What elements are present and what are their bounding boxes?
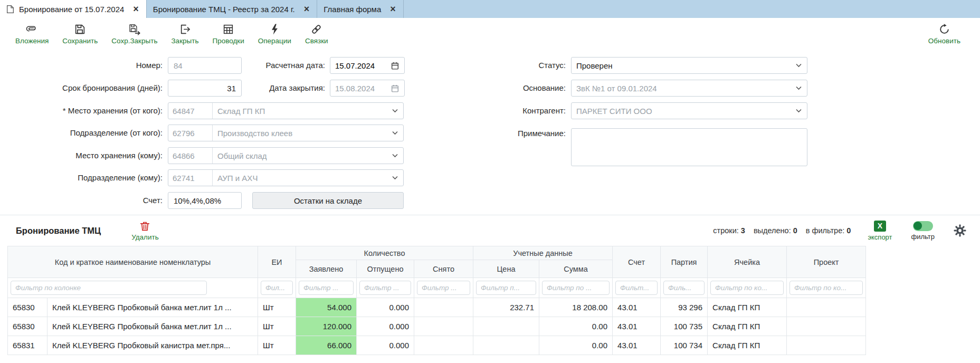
save-label: Сохранить	[62, 37, 98, 45]
department-to-value: АУП и АХЧ	[213, 174, 389, 183]
table-row[interactable]: 65830 Клей KLEYBERG Пробковый банка мет.…	[8, 298, 866, 317]
storage-from-select[interactable]: 64847 Склад ГП КП	[168, 102, 404, 119]
filter-unit-input[interactable]	[261, 281, 293, 295]
stock-balance-button[interactable]: Остатки на складе	[252, 192, 404, 209]
counterparty-label: Контрагент:	[454, 106, 566, 116]
cell-requested[interactable]: 120.000	[296, 317, 357, 336]
cell-removed[interactable]	[414, 336, 473, 355]
attachments-label: Вложения	[15, 37, 49, 45]
main-toolbar: Вложения Сохранить Сохр.Закрыть Закрыть	[0, 18, 980, 49]
status-select[interactable]: Проверен	[571, 57, 807, 74]
refresh-icon	[938, 23, 950, 35]
cell-code[interactable]: 65830	[8, 317, 47, 336]
close-button[interactable]: Закрыть	[164, 21, 205, 46]
cell-batch[interactable]: 100 734	[661, 336, 708, 355]
tab-close-icon[interactable]: ×	[133, 4, 139, 14]
cell-batch[interactable]: 100 735	[661, 317, 708, 336]
settings-button[interactable]	[954, 224, 966, 237]
account-input[interactable]	[168, 192, 242, 209]
department-from-value: Производство клеев	[213, 129, 389, 138]
cell-name[interactable]: Клей KLEYBERG Пробковый банка мет.лит 1л…	[47, 317, 258, 336]
filter-project-input[interactable]	[789, 281, 863, 295]
filter-released-input[interactable]	[359, 281, 411, 295]
delete-button[interactable]: Удалить	[131, 220, 159, 241]
cell-removed[interactable]	[414, 317, 473, 336]
filter-requested-input[interactable]	[299, 281, 354, 295]
cell-account[interactable]: 43.01	[613, 298, 661, 317]
tab-document[interactable]: Бронирование от 15.07.2024 ×	[0, 0, 147, 18]
filter-toggle[interactable]	[913, 221, 933, 231]
calendar-icon[interactable]	[391, 61, 399, 70]
filter-cell-input[interactable]	[710, 281, 784, 295]
header-released: Отпущено	[357, 260, 414, 278]
calc-date-input[interactable]: 15.07.2024	[330, 57, 405, 74]
calendar-icon[interactable]	[391, 84, 399, 93]
cell-project[interactable]	[787, 317, 866, 336]
cell-price[interactable]: 232.71	[473, 298, 539, 317]
tab-label: Бронирование от 15.07.2024	[19, 5, 124, 14]
filter-account-input[interactable]	[615, 281, 658, 295]
cell-price[interactable]	[473, 317, 539, 336]
cell-batch[interactable]: 93 296	[661, 298, 708, 317]
filter-removed-input[interactable]	[417, 281, 470, 295]
cell-released[interactable]: 0.000	[357, 298, 414, 317]
save-close-button[interactable]: Сохр.Закрыть	[104, 21, 164, 46]
cell-unit[interactable]: Шт	[258, 298, 296, 317]
cell-requested[interactable]: 54.000	[296, 298, 357, 317]
cell-removed[interactable]	[414, 298, 473, 317]
export-button[interactable]: X экспорт	[868, 221, 892, 241]
cell-code[interactable]: 65830	[8, 298, 47, 317]
close-date-input[interactable]: 15.08.2024	[330, 80, 405, 97]
cell-project[interactable]	[787, 298, 866, 317]
department-to-select[interactable]: 62741 АУП и АХЧ	[168, 169, 404, 186]
cell-sum[interactable]: 0.00	[539, 317, 613, 336]
table-row[interactable]: 65830 Клей KLEYBERG Пробковый банка мет.…	[8, 317, 866, 336]
operations-label: Операции	[258, 37, 291, 45]
tab-close-icon[interactable]: ×	[390, 4, 396, 14]
cell-released[interactable]: 0.000	[357, 336, 414, 355]
table-row[interactable]: 65831 Клей KLEYBERG Пробковый канистра м…	[8, 336, 866, 355]
cell-account[interactable]: 43.01	[613, 336, 661, 355]
postings-grid-icon	[222, 23, 234, 35]
postings-button[interactable]: Проводки	[205, 21, 251, 46]
tab-main-form[interactable]: Главная форма ×	[317, 0, 403, 18]
tab-registry[interactable]: Бронирование ТМЦ - Реестр за 2024 г. ×	[147, 0, 317, 18]
links-button[interactable]: Связки	[298, 21, 335, 46]
chevron-down-icon	[389, 176, 403, 180]
tab-close-icon[interactable]: ×	[304, 4, 310, 14]
refresh-label: Обновить	[928, 37, 960, 45]
note-textarea[interactable]	[571, 128, 807, 166]
save-button[interactable]: Сохранить	[55, 21, 104, 46]
storage-to-select[interactable]: 64866 Общий склад	[168, 147, 404, 164]
cell-unit[interactable]: Шт	[258, 336, 296, 355]
cell-code[interactable]: 65831	[8, 336, 47, 355]
note-label: Примечание:	[454, 128, 566, 139]
storage-to-label: Место хранения (кому):	[0, 150, 163, 161]
filter-code-name-input[interactable]	[11, 281, 207, 295]
cell-cell[interactable]: Склад ГП КП	[708, 298, 787, 317]
cell-name[interactable]: Клей KLEYBERG Пробковый банка мет.лит 1л…	[47, 298, 258, 317]
gear-icon	[954, 224, 966, 237]
basis-select[interactable]: ЗвК №1 от 09.01.2024	[571, 80, 807, 97]
cell-unit[interactable]: Шт	[258, 317, 296, 336]
cell-released[interactable]: 0.000	[357, 317, 414, 336]
counterparty-value: ПАРКЕТ СИТИ ООО	[572, 107, 793, 116]
cell-cell[interactable]: Склад ГП КП	[708, 317, 787, 336]
cell-account[interactable]: 43.01	[613, 317, 661, 336]
filter-sum-input[interactable]	[542, 281, 610, 295]
cell-requested[interactable]: 66.000	[296, 336, 357, 355]
filter-price-input[interactable]	[476, 281, 536, 295]
cell-price[interactable]	[473, 336, 539, 355]
attachments-button[interactable]: Вложения	[8, 21, 55, 46]
operations-button[interactable]: Операции	[251, 21, 298, 46]
header-requested: Заявлено	[296, 260, 357, 278]
cell-sum[interactable]: 0.00	[539, 336, 613, 355]
department-from-select[interactable]: 62796 Производство клеев	[168, 125, 404, 141]
filter-batch-input[interactable]	[663, 281, 705, 295]
refresh-button[interactable]: Обновить	[921, 21, 967, 46]
counterparty-select[interactable]: ПАРКЕТ СИТИ ООО	[571, 102, 807, 119]
cell-cell[interactable]: Склад ГП КП	[708, 336, 787, 355]
cell-name[interactable]: Клей KLEYBERG Пробковый канистра мет.пря…	[47, 336, 258, 355]
cell-sum[interactable]: 18 208.00	[539, 298, 613, 317]
cell-project[interactable]	[787, 336, 866, 355]
